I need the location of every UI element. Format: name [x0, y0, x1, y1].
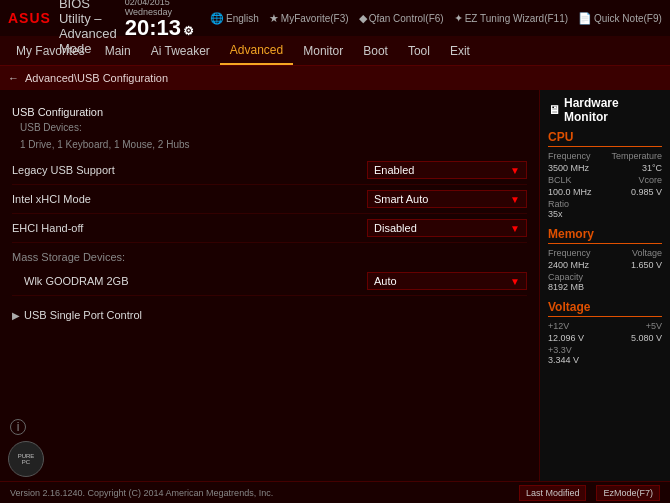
hw-vcore-val: 0.985 V — [631, 187, 662, 197]
xhci-mode-row: Intel xHCI Mode Smart Auto ▼ — [12, 185, 527, 214]
xhci-mode-select[interactable]: Smart Auto ▼ — [367, 190, 527, 208]
bottom-right-buttons: Last Modified EzMode(F7) — [519, 485, 660, 501]
goodram-select[interactable]: Auto ▼ — [367, 272, 527, 290]
hw-cpu-freq-val: 3500 MHz — [548, 163, 589, 173]
hw-cpu-temp-val: 31°C — [642, 163, 662, 173]
datetime: 02/04/2015 Wednesday 20:13⚙ — [125, 0, 194, 39]
goodram-label: Wlk GOODRAM 2GB — [12, 275, 367, 287]
hw-cpu-freq-key: Frequency — [548, 151, 591, 161]
usb-devices-value: 1 Drive, 1 Keyboard, 1 Mouse, 2 Hubs — [20, 139, 527, 150]
hw-voltage-title: Voltage — [548, 300, 662, 317]
ehci-handoff-value: Disabled — [374, 222, 417, 234]
usb-config-title: USB Configuration — [12, 106, 527, 118]
nav-monitor[interactable]: Monitor — [293, 38, 353, 64]
bottom-bar: Version 2.16.1240. Copyright (C) 2014 Am… — [0, 481, 670, 503]
legacy-usb-label: Legacy USB Support — [12, 164, 367, 176]
monitor-icon: 🖥 — [548, 103, 560, 117]
fan-icon: ◆ — [359, 12, 367, 25]
wizard-icon: ✦ — [454, 12, 463, 25]
legacy-usb-arrow-icon: ▼ — [510, 165, 520, 176]
settings-icon[interactable]: ⚙ — [183, 24, 194, 38]
hw-mem-freq-val: 2400 MHz — [548, 260, 589, 270]
hw-12v-key: +12V — [548, 321, 569, 331]
goodram-value: Auto — [374, 275, 397, 287]
hw-cpu-freq-val-row: 3500 MHz 31°C — [548, 163, 662, 173]
nav-ai-tweaker[interactable]: Ai Tweaker — [141, 38, 220, 64]
xhci-mode-arrow-icon: ▼ — [510, 194, 520, 205]
usb-single-port-label: USB Single Port Control — [24, 309, 142, 321]
legacy-usb-value: Enabled — [374, 164, 414, 176]
hw-12v-val: 12.096 V — [548, 333, 584, 343]
goodram-arrow-icon: ▼ — [510, 276, 520, 287]
hw-memory-title: Memory — [548, 227, 662, 244]
ehci-handoff-arrow-icon: ▼ — [510, 223, 520, 234]
back-arrow-icon: ← — [8, 72, 19, 84]
hw-mem-volt-val: 1.650 V — [631, 260, 662, 270]
usb-single-port-control[interactable]: ▶ USB Single Port Control — [12, 304, 527, 326]
top-icons: 🌐 English ★ MyFavorite(F3) ◆ Qfan Contro… — [210, 12, 670, 25]
breadcrumb-text: Advanced\USB Configuration — [25, 72, 168, 84]
hw-mem-freq-key: Frequency — [548, 248, 591, 258]
nav-main[interactable]: Main — [95, 38, 141, 64]
hw-cpu-section: CPU Frequency Temperature 3500 MHz 31°C … — [548, 130, 662, 219]
hw-vcore-key: Vcore — [638, 175, 662, 185]
main-layout: USB Configuration USB Devices: 1 Drive, … — [0, 90, 670, 481]
hw-capacity-val: 8192 MB — [548, 282, 662, 292]
time-display: 20:13⚙ — [125, 17, 194, 39]
hardware-monitor-panel: 🖥 Hardware Monitor CPU Frequency Tempera… — [540, 90, 670, 481]
hw-capacity-key: Capacity — [548, 272, 662, 282]
hw-bclk-key: BCLK — [548, 175, 572, 185]
hw-bclk-val: 100.0 MHz — [548, 187, 592, 197]
hw-33v-val: 3.344 V — [548, 355, 662, 365]
hw-ratio-key: Ratio — [548, 199, 662, 209]
nav-exit[interactable]: Exit — [440, 38, 480, 64]
nav-boot[interactable]: Boot — [353, 38, 398, 64]
ehci-handoff-row: EHCI Hand-off Disabled ▼ — [12, 214, 527, 243]
nav-my-favorites[interactable]: My Favorites — [6, 38, 95, 64]
nav-bar: My Favorites Main Ai Tweaker Advanced Mo… — [0, 36, 670, 66]
hw-5v-val: 5.080 V — [631, 333, 662, 343]
hw-5v-key: +5V — [646, 321, 662, 331]
top-icon-qfan[interactable]: ◆ Qfan Control(F6) — [359, 12, 444, 25]
hw-mem-freq-val-row: 2400 MHz 1.650 V — [548, 260, 662, 270]
top-icon-ez-tuning[interactable]: ✦ EZ Tuning Wizard(F11) — [454, 12, 568, 25]
globe-icon: 🌐 — [210, 12, 224, 25]
hw-voltage-section: Voltage +12V +5V 12.096 V 5.080 V +3.3V … — [548, 300, 662, 365]
hw-mem-volt-key: Voltage — [632, 248, 662, 258]
mass-storage-label: Mass Storage Devices: — [12, 251, 527, 263]
top-icon-quicknote[interactable]: 📄 Quick Note(F9) — [578, 12, 662, 25]
hw-memory-section: Memory Frequency Voltage 2400 MHz 1.650 … — [548, 227, 662, 292]
goodram-row: Wlk GOODRAM 2GB Auto ▼ — [12, 267, 527, 296]
top-icon-english[interactable]: 🌐 English — [210, 12, 259, 25]
note-icon: 📄 — [578, 12, 592, 25]
top-bar: ASUS UEFI BIOS Utility – Advanced Mode 0… — [0, 0, 670, 36]
breadcrumb[interactable]: ← Advanced\USB Configuration — [0, 66, 670, 90]
ehci-handoff-select[interactable]: Disabled ▼ — [367, 219, 527, 237]
expand-arrow-icon: ▶ — [12, 310, 20, 321]
hw-cpu-freq-row: Frequency Temperature — [548, 151, 662, 161]
hw-12v-val-row: 12.096 V 5.080 V — [548, 333, 662, 343]
ez-mode-button[interactable]: EzMode(F7) — [596, 485, 660, 501]
hw-monitor-title: 🖥 Hardware Monitor — [548, 96, 662, 124]
hw-33v-key: +3.3V — [548, 345, 662, 355]
copyright-text: Version 2.16.1240. Copyright (C) 2014 Am… — [10, 488, 273, 498]
asus-bottom-logo: PUREPC — [8, 441, 44, 477]
hw-mem-freq-row: Frequency Voltage — [548, 248, 662, 258]
nav-advanced[interactable]: Advanced — [220, 37, 293, 65]
legacy-usb-select[interactable]: Enabled ▼ — [367, 161, 527, 179]
left-panel: USB Configuration USB Devices: 1 Drive, … — [0, 90, 540, 481]
hw-12v-row: +12V +5V — [548, 321, 662, 331]
hw-cpu-bclk-val-row: 100.0 MHz 0.985 V — [548, 187, 662, 197]
legacy-usb-row: Legacy USB Support Enabled ▼ — [12, 156, 527, 185]
hw-cpu-temp-key: Temperature — [611, 151, 662, 161]
last-modified-button[interactable]: Last Modified — [519, 485, 587, 501]
pure-pc-badge: PUREPC — [8, 441, 44, 477]
info-icon[interactable]: i — [10, 419, 26, 435]
hw-cpu-bclk-row: BCLK Vcore — [548, 175, 662, 185]
top-icon-myfavorite[interactable]: ★ MyFavorite(F3) — [269, 12, 349, 25]
nav-tool[interactable]: Tool — [398, 38, 440, 64]
asus-logo: ASUS — [8, 10, 51, 26]
hw-cpu-title: CPU — [548, 130, 662, 147]
usb-devices-label: USB Devices: — [20, 122, 527, 133]
xhci-mode-label: Intel xHCI Mode — [12, 193, 367, 205]
